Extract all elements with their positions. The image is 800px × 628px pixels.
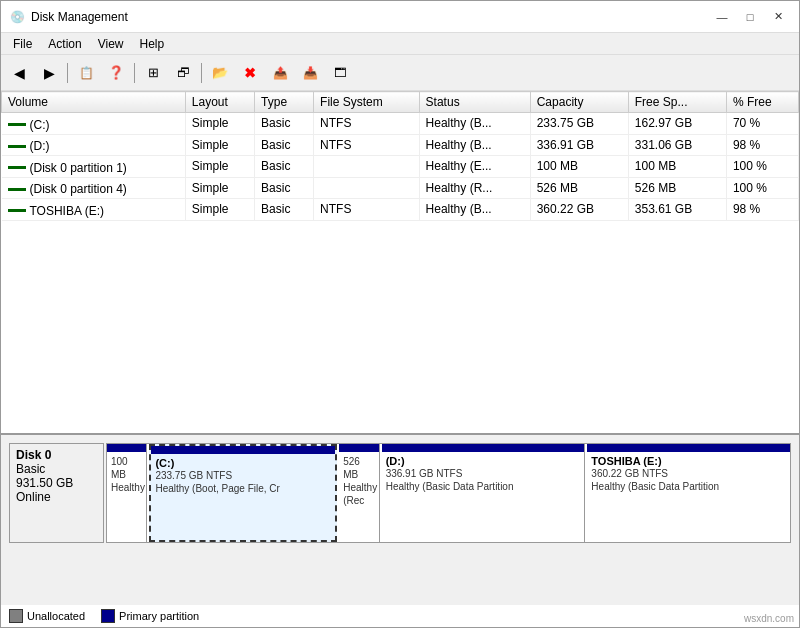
partition-header-bar (339, 444, 378, 452)
cell-freespace: 100 MB (628, 156, 726, 178)
volume-table-area: Volume Layout Type File System Status Ca… (1, 91, 799, 435)
partition-header-bar (382, 444, 585, 452)
view-button[interactable]: 🗔 (326, 59, 354, 87)
watermark: wsxdn.com (744, 613, 794, 624)
legend: Unallocated Primary partition (1, 605, 799, 627)
partition-status: Healthy (Basic Data Partition (591, 480, 786, 493)
partition-name: (C:) (155, 457, 331, 469)
cell-type: Basic (255, 199, 314, 221)
cell-status: Healthy (B... (419, 134, 530, 156)
cell-type: Basic (255, 113, 314, 135)
cell-pctfree: 70 % (726, 113, 798, 135)
table-row[interactable]: (C:)SimpleBasicNTFSHealthy (B...233.75 G… (2, 113, 799, 135)
import-button[interactable]: 📥 (296, 59, 324, 87)
disk-label: Disk 0 Basic 931.50 GB Online (9, 443, 104, 543)
menu-action[interactable]: Action (40, 35, 89, 53)
cell-capacity: 100 MB (530, 156, 628, 178)
table-row[interactable]: (Disk 0 partition 1)SimpleBasicHealthy (… (2, 156, 799, 178)
cell-status: Healthy (E... (419, 156, 530, 178)
disk-type: Basic (16, 462, 97, 476)
partition-status: Healthy (111, 481, 142, 494)
window-title: Disk Management (31, 10, 709, 24)
col-capacity: Capacity (530, 92, 628, 113)
partition-info: 100 MB (111, 455, 142, 481)
cell-capacity: 526 MB (530, 177, 628, 199)
col-layout: Layout (185, 92, 254, 113)
toolbar-separator-1 (67, 63, 68, 83)
legend-primary: Primary partition (101, 609, 199, 623)
cell-capacity: 233.75 GB (530, 113, 628, 135)
cell-volume: (Disk 0 partition 1) (2, 156, 186, 178)
partition-header-bar (151, 446, 335, 454)
cell-type: Basic (255, 156, 314, 178)
partition-part3[interactable]: 526 MBHealthy (Rec (339, 444, 379, 542)
cell-freespace: 331.06 GB (628, 134, 726, 156)
partition-info: 233.75 GB NTFS (155, 469, 331, 482)
toolbar-separator-3 (201, 63, 202, 83)
cell-status: Healthy (B... (419, 113, 530, 135)
legend-primary-label: Primary partition (119, 610, 199, 622)
cell-filesystem: NTFS (314, 199, 420, 221)
col-status: Status (419, 92, 530, 113)
maximize-button[interactable]: □ (737, 6, 763, 28)
partition-status: Healthy (Boot, Page File, Cr (155, 482, 331, 495)
menu-file[interactable]: File (5, 35, 40, 53)
col-filesystem: File System (314, 92, 420, 113)
properties-button[interactable]: 📋 (72, 59, 100, 87)
cell-layout: Simple (185, 156, 254, 178)
disk-partitions: 100 MBHealthy(C:)233.75 GB NTFSHealthy (… (106, 443, 791, 543)
partition-part4[interactable]: (D:)336.91 GB NTFSHealthy (Basic Data Pa… (382, 444, 586, 542)
table-row[interactable]: (D:)SimpleBasicNTFSHealthy (B...336.91 G… (2, 134, 799, 156)
disk-row: Disk 0 Basic 931.50 GB Online 100 MBHeal… (9, 443, 791, 543)
partition-info: 336.91 GB NTFS (386, 467, 581, 480)
help-button[interactable]: ❓ (102, 59, 130, 87)
delete-button[interactable]: ✖ (236, 59, 264, 87)
disk-status: Online (16, 490, 97, 504)
col-volume: Volume (2, 92, 186, 113)
export-button[interactable]: 📤 (266, 59, 294, 87)
cell-volume: TOSHIBA (E:) (2, 199, 186, 221)
col-type: Type (255, 92, 314, 113)
partition-info: 526 MB (343, 455, 374, 481)
table-row[interactable]: (Disk 0 partition 4)SimpleBasicHealthy (… (2, 177, 799, 199)
cell-pctfree: 98 % (726, 134, 798, 156)
cell-capacity: 336.91 GB (530, 134, 628, 156)
cell-layout: Simple (185, 113, 254, 135)
col-freespace: Free Sp... (628, 92, 726, 113)
cell-filesystem (314, 156, 420, 178)
volume-table: Volume Layout Type File System Status Ca… (1, 91, 799, 221)
new-window-button[interactable]: 🗗 (169, 59, 197, 87)
table-row[interactable]: TOSHIBA (E:)SimpleBasicNTFSHealthy (B...… (2, 199, 799, 221)
partition-part5[interactable]: TOSHIBA (E:)360.22 GB NTFSHealthy (Basic… (587, 444, 790, 542)
col-pctfree: % Free (726, 92, 798, 113)
legend-primary-box (101, 609, 115, 623)
title-bar: 💿 Disk Management — □ ✕ (1, 1, 799, 33)
cell-type: Basic (255, 134, 314, 156)
partition-part2[interactable]: (C:)233.75 GB NTFSHealthy (Boot, Page Fi… (149, 444, 337, 542)
window: 💿 Disk Management — □ ✕ File Action View… (0, 0, 800, 628)
back-button[interactable]: ◀ (5, 59, 33, 87)
partition-info: 360.22 GB NTFS (591, 467, 786, 480)
cell-status: Healthy (R... (419, 177, 530, 199)
console-button[interactable]: ⊞ (139, 59, 167, 87)
cell-pctfree: 100 % (726, 156, 798, 178)
minimize-button[interactable]: — (709, 6, 735, 28)
close-button[interactable]: ✕ (765, 6, 791, 28)
menu-view[interactable]: View (90, 35, 132, 53)
forward-button[interactable]: ▶ (35, 59, 63, 87)
partition-part1[interactable]: 100 MBHealthy (107, 444, 147, 542)
menu-help[interactable]: Help (132, 35, 173, 53)
disk-size: 931.50 GB (16, 476, 97, 490)
cell-volume: (D:) (2, 134, 186, 156)
open-button[interactable]: 📂 (206, 59, 234, 87)
cell-filesystem (314, 177, 420, 199)
cell-type: Basic (255, 177, 314, 199)
cell-filesystem: NTFS (314, 113, 420, 135)
cell-volume: (Disk 0 partition 4) (2, 177, 186, 199)
title-bar-buttons: — □ ✕ (709, 6, 791, 28)
legend-unallocated: Unallocated (9, 609, 85, 623)
cell-status: Healthy (B... (419, 199, 530, 221)
partition-name: TOSHIBA (E:) (591, 455, 786, 467)
cell-pctfree: 100 % (726, 177, 798, 199)
legend-unallocated-label: Unallocated (27, 610, 85, 622)
